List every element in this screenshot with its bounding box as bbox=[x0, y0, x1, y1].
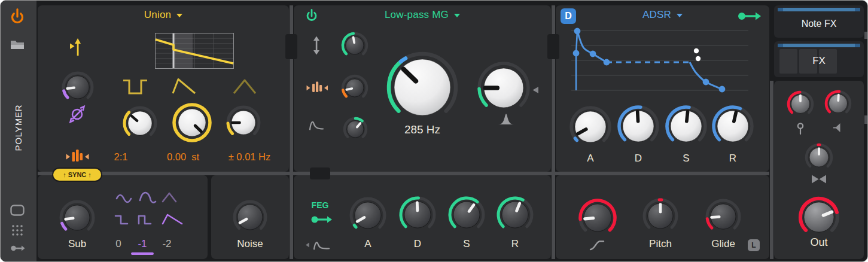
dots-grid-icon[interactable] bbox=[12, 225, 23, 236]
remote-controls-icon[interactable] bbox=[11, 206, 24, 215]
curve-shape-icon bbox=[590, 242, 604, 250]
filter-env-amount-knob[interactable] bbox=[345, 118, 366, 138]
feg-attack-knob[interactable] bbox=[351, 199, 385, 229]
triangle-wave-icon bbox=[234, 80, 255, 93]
filter-env-icon bbox=[310, 122, 323, 130]
polymer-device: POLYMER Union Low-pass MG ADSR 2:1 0.00 … bbox=[0, 0, 868, 262]
amp-release-knob[interactable] bbox=[714, 107, 752, 142]
crossfade-icon bbox=[812, 175, 826, 184]
amp-decay-knob[interactable] bbox=[619, 107, 657, 142]
key-icon bbox=[798, 123, 803, 134]
saw-wave-icon bbox=[173, 80, 195, 94]
glide-knob[interactable] bbox=[707, 200, 739, 229]
sub-wave-square-icon bbox=[115, 216, 127, 224]
amp-attack-knob[interactable] bbox=[571, 108, 610, 142]
filter-power-icon[interactable] bbox=[307, 10, 316, 20]
noise-level-knob[interactable] bbox=[234, 202, 266, 230]
amp-sustain-knob[interactable] bbox=[667, 107, 705, 142]
sub-wave-sine-icon bbox=[117, 195, 131, 202]
speaker-icon bbox=[833, 123, 840, 132]
filter-resonance-knob[interactable] bbox=[479, 63, 528, 108]
filter-keytrack-icon[interactable] bbox=[307, 82, 328, 93]
osc-tri-level-knob[interactable] bbox=[228, 107, 259, 135]
feg-env-icon bbox=[306, 242, 329, 249]
edge-handle bbox=[864, 32, 868, 39]
filter-input-gain-knob[interactable] bbox=[343, 33, 367, 54]
device-frame: POLYMER Union Low-pass MG ADSR 2:1 0.00 … bbox=[0, 0, 868, 262]
pitch-knob[interactable] bbox=[644, 200, 677, 229]
sub-wave-saw-icon bbox=[163, 215, 182, 224]
volume-vel-knob[interactable] bbox=[826, 92, 850, 113]
sub-wave-half-sine-icon bbox=[140, 193, 156, 203]
updown-arrow-icon bbox=[313, 36, 319, 55]
env-curve-knob[interactable] bbox=[580, 200, 615, 231]
sub-wave-tri-icon bbox=[163, 193, 176, 202]
device-power-icon[interactable] bbox=[13, 10, 23, 23]
osc-mode-icon[interactable] bbox=[70, 38, 81, 56]
sub-wave-pulse-icon bbox=[139, 216, 151, 224]
mod-pointer-icon bbox=[533, 87, 539, 93]
osc-square-level-knob[interactable] bbox=[124, 108, 156, 135]
vel-sense-knob[interactable] bbox=[788, 92, 812, 114]
amp-mod-out-icon[interactable] bbox=[738, 13, 761, 20]
sub-level-knob[interactable] bbox=[61, 202, 93, 230]
osc-saw-level-knob[interactable] bbox=[174, 105, 210, 141]
resonance-peak-icon bbox=[498, 114, 514, 124]
feg-mod-out-icon[interactable] bbox=[312, 217, 333, 223]
filter-cutoff-knob[interactable] bbox=[389, 54, 456, 115]
modulation-route-icon[interactable] bbox=[11, 246, 25, 251]
feg-decay-knob[interactable] bbox=[401, 198, 434, 228]
osc-keytrack-icon[interactable] bbox=[66, 150, 89, 162]
folder-icon[interactable] bbox=[11, 41, 24, 49]
filter-keytrack-knob[interactable] bbox=[343, 76, 367, 97]
pan-knob[interactable] bbox=[806, 145, 832, 167]
sub-wave-icons[interactable] bbox=[115, 193, 182, 224]
osc-shape-knob[interactable] bbox=[63, 73, 92, 99]
feg-sustain-knob[interactable] bbox=[450, 198, 483, 228]
square-wave-icon bbox=[123, 81, 147, 94]
out-volume-knob[interactable] bbox=[800, 199, 837, 232]
edge-handle bbox=[864, 115, 868, 124]
phase-randomize-icon[interactable] bbox=[71, 106, 84, 122]
feg-release-knob[interactable] bbox=[498, 198, 532, 228]
